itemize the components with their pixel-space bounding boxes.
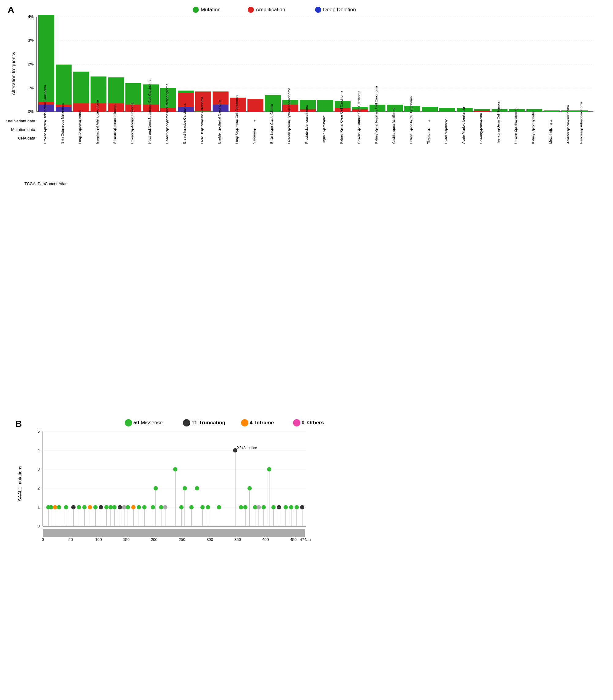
svg-text:Liver Hepatocellular Carcinoma: Liver Hepatocellular Carcinoma [200,97,204,144]
svg-text:Mesothelioma: Mesothelioma [549,123,552,144]
svg-rect-48 [247,99,263,112]
svg-rect-62 [422,107,438,112]
panel-c: C Overall survival Survival probably 100… [6,361,220,551]
panel-b: B 50 Missense 11 Truncating 4 Inframe 0 … [6,208,606,355]
svg-text:Diffuse Large B-Cell Lymphoma: Diffuse Large B-Cell Lymphoma [409,96,413,144]
svg-text:Cholangiocarcinoma: Cholangiocarcinoma [479,113,483,144]
svg-text:4%: 4% [28,14,34,19]
svg-text:Pancreatic Adenocarcinoma: Pancreatic Adenocarcinoma [579,102,583,144]
svg-text:CNA data: CNA data [18,136,35,140]
svg-text:Bladder Urothelial Carcinoma: Bladder Urothelial Carcinoma [218,100,221,144]
svg-text:Amplification: Amplification [256,7,285,13]
svg-text:Acute Myeloid Leukemia: Acute Myeloid Leukemia [461,107,465,144]
svg-text:Pheochromocytoma and Paragangl: Pheochromocytoma and Paraganglioma [165,83,169,144]
svg-text:Uterine Corpus Endometrial Car: Uterine Corpus Endometrial Carcinoma [43,85,47,144]
svg-text:Lung Adenocarcinoma: Lung Adenocarcinoma [78,110,82,144]
svg-text:0%: 0% [28,109,34,114]
svg-text:2%: 2% [28,62,34,66]
svg-rect-54 [317,100,333,112]
svg-text:Esophageal Adenocarcinoma: Esophageal Adenocarcinoma [95,100,99,144]
svg-text:Colorectal Adenocarcinoma: Colorectal Adenocarcinoma [130,103,134,144]
svg-text:Cervical Squamous Cell Carcino: Cervical Squamous Cell Carcinoma [357,90,361,144]
svg-text:Kidney Chromophobe: Kidney Chromophobe [531,112,535,144]
svg-point-0 [193,7,199,13]
panel-a: A Mutation Amplification Deep Deletion A… [6,3,606,202]
svg-rect-70 [544,111,560,112]
svg-text:TCGA, PanCancer Atlas: TCGA, PanCancer Atlas [25,181,68,186]
panel-a-chart: Mutation Amplification Deep Deletion Alt… [6,3,606,205]
svg-text:Alteration frequency: Alteration frequency [11,52,16,95]
svg-text:+: + [253,118,256,123]
svg-text:Deep Deletion: Deep Deletion [323,7,356,13]
svg-text:1%: 1% [28,86,34,90]
svg-rect-66 [474,111,490,112]
svg-text:Stomach Adenocarcinoma: Stomach Adenocarcinoma [113,104,117,144]
svg-text:+: + [428,118,430,123]
svg-text:Kidney Renal Papillary Cell Ca: Kidney Renal Papillary Cell Carcinoma [375,86,378,144]
svg-text:Uterine Carcinosarcoma: Uterine Carcinosarcoma [514,107,518,144]
svg-text:Kidney Renal Clear Cell Carcin: Kidney Renal Clear Cell Carcinoma [340,91,343,144]
svg-text:Prostate Adenocarcinoma: Prostate Adenocarcinoma [305,105,308,144]
svg-text:Breast Invasive Carcinoma: Breast Invasive Carcinoma [183,103,186,144]
svg-text:Brain Lower Grade Glioma: Brain Lower Grade Glioma [270,104,273,144]
svg-text:3%: 3% [28,38,34,42]
svg-text:Ovarian Serous Cystadenocarcin: Ovarian Serous Cystadenocarcinoma [287,88,291,144]
svg-text:Uveal Melanoma: Uveal Melanoma [444,118,448,144]
panel-d: D β value 0.05 0.10 0.15 0.20 0.25 0.30 … [226,361,606,551]
svg-text:Head and Neck Squamous Cell Ca: Head and Neck Squamous Cell Carcinoma [148,79,152,144]
svg-text:Glioblastoma Multiforme: Glioblastoma Multiforme [392,107,395,144]
svg-text:Skin Cutaneous Melanoma: Skin Cutaneous Melanoma [61,103,64,144]
svg-text:Sarcoma: Sarcoma [252,130,256,144]
svg-text:Testicular Germ Cell Tumors: Testicular Germ Cell Tumors [496,101,500,144]
svg-rect-63 [439,108,455,112]
svg-point-2 [248,7,254,13]
svg-text:Structural variant data: Structural variant data [6,119,36,123]
svg-text:Mutation: Mutation [201,7,221,13]
svg-text:Lung Squamous Cell Carcinoma: Lung Squamous Cell Carcinoma [235,95,238,144]
svg-text:Mutation data: Mutation data [11,127,36,132]
svg-text:Adrenocortical Carcinoma: Adrenocortical Carcinoma [566,105,570,144]
svg-text:+: + [550,118,552,123]
svg-point-4 [315,7,321,13]
svg-text:Thymoma: Thymoma [427,129,430,144]
svg-text:Thyroid Carcinoma: Thyroid Carcinoma [322,115,326,144]
